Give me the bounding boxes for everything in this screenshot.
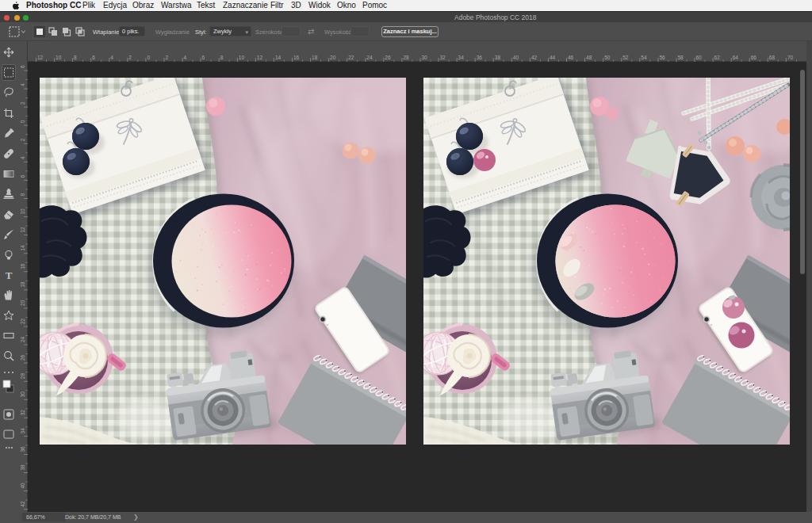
svg-text:40: 40: [513, 55, 519, 60]
svg-text:4: 4: [20, 83, 25, 86]
svg-text:18: 18: [20, 281, 25, 288]
svg-text:6: 6: [92, 55, 95, 60]
svg-text:6: 6: [202, 55, 205, 60]
svg-text:22: 22: [20, 318, 25, 324]
svg-text:T: T: [6, 269, 13, 281]
svg-text:56: 56: [659, 55, 665, 60]
svg-text:40: 40: [20, 483, 25, 489]
svg-text:12: 12: [37, 55, 44, 60]
svg-text:28: 28: [20, 373, 25, 380]
svg-text:36: 36: [20, 446, 25, 452]
svg-text:2: 2: [20, 138, 25, 141]
svg-text:36: 36: [477, 55, 483, 60]
svg-text:6: 6: [20, 65, 25, 68]
svg-text:48: 48: [586, 55, 592, 60]
svg-text:66: 66: [751, 55, 757, 60]
svg-text:50: 50: [604, 55, 611, 60]
svg-text:42: 42: [20, 501, 25, 507]
svg-text:32: 32: [20, 410, 25, 416]
svg-text:24: 24: [20, 336, 25, 342]
svg-text:10: 10: [56, 55, 62, 60]
svg-text:18: 18: [312, 55, 318, 60]
svg-text:32: 32: [440, 55, 446, 60]
svg-text:8: 8: [74, 55, 77, 60]
svg-text:12: 12: [20, 227, 25, 233]
svg-text:70: 70: [787, 55, 794, 60]
svg-text:28: 28: [403, 55, 409, 60]
svg-text:44: 44: [550, 55, 556, 60]
svg-text:60: 60: [696, 55, 703, 60]
svg-text:52: 52: [622, 55, 629, 60]
svg-text:34: 34: [20, 428, 25, 434]
svg-text:16: 16: [293, 55, 300, 60]
svg-text:54: 54: [641, 55, 647, 60]
svg-text:6: 6: [20, 174, 25, 178]
svg-text:64: 64: [733, 55, 739, 60]
svg-text:42: 42: [531, 55, 538, 60]
svg-text:24: 24: [366, 55, 373, 60]
svg-text:10: 10: [239, 55, 245, 60]
svg-text:22: 22: [348, 55, 354, 60]
svg-text:10: 10: [20, 208, 25, 215]
svg-text:20: 20: [20, 300, 25, 306]
svg-text:46: 46: [568, 55, 574, 60]
svg-text:62: 62: [714, 55, 721, 60]
svg-text:2: 2: [166, 55, 169, 60]
svg-text:2: 2: [20, 101, 25, 105]
svg-text:8: 8: [20, 193, 25, 197]
svg-text:0: 0: [20, 120, 25, 123]
svg-text:58: 58: [678, 55, 684, 60]
svg-text:68: 68: [769, 55, 776, 60]
svg-text:34: 34: [458, 55, 465, 60]
svg-text:0: 0: [147, 55, 150, 60]
svg-text:16: 16: [20, 263, 25, 269]
svg-text:30: 30: [20, 391, 25, 398]
svg-text:14: 14: [20, 245, 25, 251]
svg-text:14: 14: [275, 55, 282, 60]
svg-text:4: 4: [110, 55, 113, 60]
svg-text:2: 2: [128, 55, 132, 60]
svg-text:26: 26: [385, 55, 391, 60]
svg-text:8: 8: [220, 55, 224, 60]
svg-text:38: 38: [20, 464, 25, 471]
svg-text:38: 38: [495, 55, 501, 60]
svg-text:4: 4: [184, 55, 187, 60]
svg-text:12: 12: [257, 55, 263, 60]
svg-text:4: 4: [20, 156, 25, 159]
svg-text:20: 20: [330, 55, 336, 60]
svg-text:30: 30: [422, 55, 428, 60]
svg-text:26: 26: [20, 354, 25, 361]
